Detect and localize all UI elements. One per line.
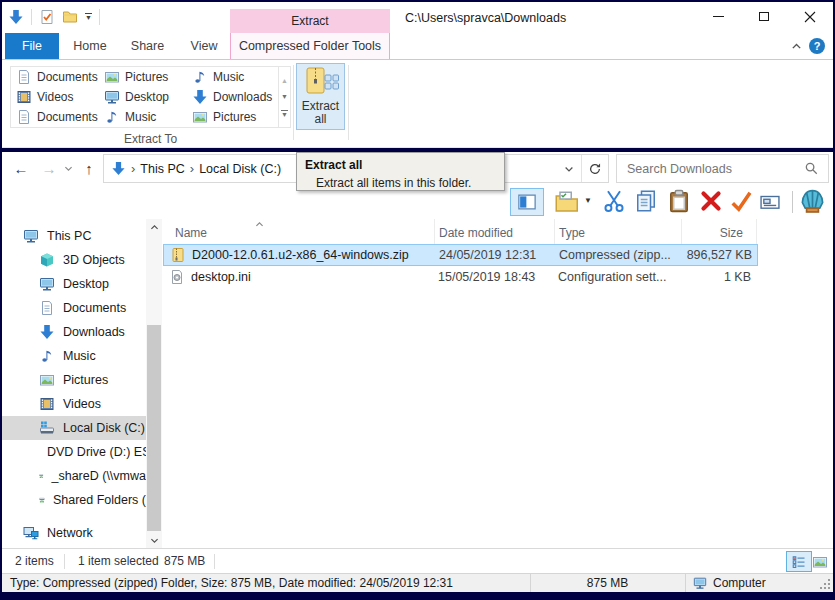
sidebar-item-downloads[interactable]: Downloads [2,320,146,344]
group-divider [348,65,349,140]
copy-button[interactable] [634,189,658,213]
tab-view[interactable]: View [179,33,229,59]
search-input[interactable] [617,162,804,176]
breadcrumb-local-disk[interactable]: Local Disk (C:) [199,162,281,176]
sidebar-item-documents[interactable]: Documents [2,296,146,320]
ribbon-tab-row: File Home Share View Compressed Folder T… [2,33,833,59]
destination-music-2[interactable]: Music [104,107,192,127]
check-button[interactable] [729,189,753,213]
destination-label: Pictures [125,70,168,84]
contextual-tab-group-header: Extract [230,9,390,33]
help-button[interactable]: ? [809,38,825,54]
folder-settings-icon [554,190,578,214]
sidebar-item-dvd-drive[interactable]: DVD Drive (D:) ES [2,440,146,464]
minimize-button[interactable] [695,2,741,31]
clipboard-icon [667,189,691,213]
thumbnails-view-icon [812,554,828,570]
destination-pictures-2[interactable]: Pictures [192,107,278,127]
videos-icon [16,89,32,105]
sidebar-item-shared-drive[interactable]: _shareD (\\vmwa [2,464,146,488]
search-icon[interactable] [804,161,819,176]
column-header-type[interactable]: Type [555,219,682,244]
sidebar-item-music[interactable]: Music [2,344,146,368]
navigation-pane-toggle-button[interactable] [510,188,544,216]
maximize-button[interactable] [741,2,787,31]
navigation-pane-icon [517,192,537,212]
music-icon [104,109,120,125]
sidebar-item-label: Documents [63,301,126,315]
classic-shell-button[interactable] [799,188,826,215]
sidebar-item-local-disk-c[interactable]: Local Disk (C:) [2,416,146,440]
tab-compressed-folder-tools[interactable]: Compressed Folder Tools [230,33,390,59]
more-destinations-icon[interactable]: ▼ [281,110,288,118]
sidebar-item-desktop[interactable]: Desktop [2,272,146,296]
destination-label: Music [125,110,156,124]
close-button[interactable] [787,2,833,31]
properties-button[interactable] [759,191,781,213]
sidebar-item-3d-objects[interactable]: 3D Objects [2,248,146,272]
destination-music[interactable]: Music [192,67,278,87]
destination-downloads[interactable]: Downloads [192,87,278,107]
sidebar-item-label: 3D Objects [63,253,125,267]
file-row-desktop-ini[interactable]: desktop.ini 15/05/2019 18:43 Configurati… [163,266,758,288]
details-view-icon [791,554,807,570]
paste-button[interactable] [667,189,691,213]
tab-share[interactable]: Share [121,33,174,59]
forward-button[interactable]: → [38,157,60,179]
back-icon: ← [14,160,29,177]
scroll-up-icon[interactable]: ▲ [281,77,288,84]
extract-all-label: Extract all [299,100,343,126]
destination-pictures[interactable]: Pictures [104,67,192,87]
file-row-zip[interactable]: D2000-12.0.61.u2-x86_64-windows.zip 24/0… [163,244,758,266]
destination-label: Documents [37,110,98,124]
extract-all-button[interactable]: Extract all [296,63,345,130]
minimize-ribbon-icon[interactable] [790,40,803,53]
scrollbar-down-button[interactable] [146,532,162,548]
sidebar-item-videos[interactable]: Videos [2,392,146,416]
back-button[interactable]: ← [10,157,32,179]
column-header-name[interactable]: Name [162,219,435,244]
explorer-window: ▼ Extract C:\Users\spravca\Downloads Fil… [0,0,835,600]
new-folder-icon[interactable] [62,9,78,25]
address-dropdown-icon[interactable] [563,163,575,175]
tab-home[interactable]: Home [64,33,116,59]
status-bar: 2 items 1 item selected 875 MB [2,548,833,573]
column-header-date-modified[interactable]: Date modified [435,219,555,244]
scroll-down-icon[interactable]: ▼ [281,93,288,100]
column-label: Size [720,226,743,240]
scrollbar-thumb[interactable] [147,325,161,531]
forward-icon: → [42,160,57,177]
folder-settings-dropdown-icon[interactable]: ▼ [584,196,592,205]
properties-check-icon[interactable] [39,9,55,25]
sidebar-item-network[interactable]: Network [2,521,146,545]
destination-videos[interactable]: Videos [16,87,104,107]
delete-button[interactable] [699,189,723,213]
sort-ascending-icon [254,219,265,230]
documents-icon [39,300,55,316]
destination-desktop[interactable]: Desktop [104,87,192,107]
scrollbar-up-button[interactable] [146,219,162,235]
thumbnails-view-button[interactable] [807,551,833,572]
file-name: desktop.ini [191,270,251,284]
column-header-size[interactable]: Size [682,219,757,244]
destination-documents[interactable]: Documents [16,67,104,87]
breadcrumb-this-pc[interactable]: This PC [140,162,184,176]
navigation-pane: This PC 3D Objects Desktop Documents Dow… [2,219,146,548]
resize-grip-icon[interactable] [820,579,830,589]
up-button[interactable]: ↑ [78,157,100,179]
sidebar-item-pictures[interactable]: Pictures [2,368,146,392]
refresh-button[interactable] [582,155,608,182]
sidebar-scrollbar[interactable] [146,219,162,548]
tab-file[interactable]: File [5,33,59,59]
cut-button[interactable] [602,189,626,213]
folder-settings-button[interactable] [554,190,578,214]
quick-access-toolbar: ▼ [8,9,100,25]
divider [31,9,32,25]
recent-locations-button[interactable] [60,157,76,179]
customize-quick-access-icon[interactable]: ▼ [85,13,92,22]
destination-documents-2[interactable]: Documents [16,107,104,127]
sidebar-item-this-pc[interactable]: This PC [2,224,146,248]
search-box[interactable] [616,154,829,183]
sidebar-item-shared-folders[interactable]: Shared Folders ( [2,488,146,512]
column-label: Name [175,226,207,240]
